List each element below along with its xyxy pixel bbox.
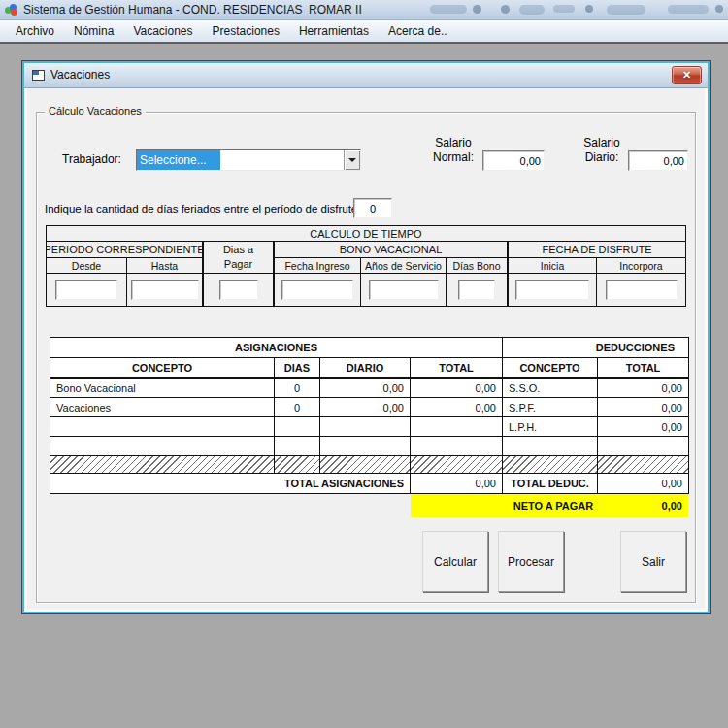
header-dias-a-pagar: Dias a Pagar [203,242,274,274]
header-bono-vacacional: BONO VACACIONAL [274,242,508,258]
titlebar-artifact [585,5,593,13]
hatched-cell [598,456,688,474]
row-concepto: Vacaciones [50,398,275,417]
col-diario: DIARIO [320,358,411,379]
col-deduc-concepto: CONCEPTO [503,358,598,379]
menu-vacaciones[interactable]: Vacaciones [123,20,202,42]
dias-pagar-line2: Pagar [224,257,252,272]
row-concepto [50,437,275,456]
dias-bono-field[interactable] [458,280,495,300]
chevron-down-icon [348,158,356,162]
titlebar-artifact [668,5,709,14]
menu-prestaciones[interactable]: Prestaciones [203,20,289,42]
fecha-ingreso-field[interactable] [281,280,353,300]
col-fecha-ingreso: Fecha Ingreso [274,258,361,274]
row-concepto [50,417,275,437]
total-deduc-label: TOTAL DEDUC. [503,474,598,493]
hatched-cell [275,456,320,474]
desde-field[interactable] [55,280,117,300]
salario-normal-label: Salario Normal: [423,136,483,165]
salario-normal-label-line2: Normal: [423,150,483,165]
asignaciones-section: ASIGNACIONES DEDUCCIONES CONCEPTO DIAS D… [50,337,689,517]
col-hasta: Hasta [127,258,203,274]
row-deduc-total: 0,00 [598,417,688,437]
total-asignaciones-label: TOTAL ASIGNACIONES [50,474,411,493]
app-titlebar: Sistema de Gestión Humana - COND. RESIDE… [0,0,728,20]
hatched-cell [503,456,598,474]
menubar: Archivo Nómina Vacaciones Prestaciones H… [0,20,728,44]
row-diario: 0,00 [320,398,411,417]
trabajador-combobox[interactable]: Seleccione... [136,149,361,171]
hatched-cell [320,456,411,474]
total-deduc-value: 0,00 [598,474,688,493]
row-total [411,437,503,456]
groupbox-title: Cálculo Vacaciones [45,105,146,116]
col-inicia: Inicia [508,258,597,274]
calculo-vacaciones-groupbox: Cálculo Vacaciones Trabajador: Seleccion… [36,112,696,603]
row-deduc-concepto [503,437,598,456]
dias-pagar-line1: Dias a [223,243,253,257]
row-diario: 0,00 [320,379,411,398]
vacaciones-dialog: Vacaciones ✕ Cálculo Vacaciones Trabajad… [21,60,711,614]
row-diario [320,417,411,437]
app-icon [5,4,18,17]
menu-archivo[interactable]: Archivo [6,20,64,42]
dias-pagar-field[interactable] [219,280,258,300]
salario-normal-label-line1: Salario [423,136,483,150]
calculo-tiempo-table: CALCULO DE TIEMPO PERIODO CORRESPONDIENT… [46,225,686,307]
row-deduc-total: 0,00 [598,379,688,398]
col-dias-bono: Días Bono [447,258,508,274]
anos-servicio-field[interactable] [369,280,439,300]
row-deduc-total: 0,00 [598,398,688,417]
row-dias [275,437,320,456]
col-dias: DIAS [275,358,320,379]
procesar-button[interactable]: Procesar [498,531,564,592]
dialog-title: Vacaciones [50,63,110,87]
titlebar-artifact [519,5,545,15]
incorpora-field[interactable] [606,280,678,300]
salario-diario-field[interactable] [628,150,688,171]
row-dias [275,417,320,437]
tiempo-title: CALCULO DE TIEMPO [47,226,685,242]
col-anos-servicio: Años de Servicio [361,258,447,274]
total-asignaciones-value: 0,00 [411,474,503,493]
col-concepto: CONCEPTO [50,358,275,379]
dialog-titlebar[interactable]: Vacaciones ✕ [24,63,708,88]
header-periodo-correspondiente: PERIODO CORRESPONDIENTE [47,242,203,258]
feriados-field[interactable] [353,198,392,218]
inicia-field[interactable] [515,280,589,300]
form-icon [32,70,45,81]
salario-diario-label: Salario Diario: [573,136,631,165]
col-desde: Desde [47,258,127,274]
feriados-label: Indique la cantidad de días feriados ent… [45,203,360,215]
col-incorpora: Incorpora [597,258,685,274]
row-total: 0,00 [411,398,503,417]
titlebar-artifact [501,5,510,14]
calcular-button[interactable]: Calcular [422,531,488,592]
salir-button[interactable]: Salir [620,531,686,592]
row-deduc-concepto: S.S.O. [503,379,598,398]
header-deducciones: DEDUCCIONES [503,338,688,358]
titlebar-artifact [473,5,481,14]
row-deduc-concepto: S.P.F. [503,398,598,417]
titlebar-artifact [607,5,645,15]
row-diario [320,437,411,456]
titlebar-artifact [715,5,723,13]
asignaciones-table: ASIGNACIONES DEDUCCIONES CONCEPTO DIAS D… [50,337,689,494]
hasta-field[interactable] [131,280,199,300]
row-concepto: Bono Vacacional [50,379,275,398]
titlebar-artifact [553,5,575,13]
header-asignaciones: ASIGNACIONES [50,338,503,358]
row-total: 0,00 [411,379,503,398]
salario-normal-field[interactable] [482,150,545,171]
neto-a-pagar-label: NETO A PAGAR [502,500,605,512]
trabajador-selected-value: Seleccione... [137,150,220,170]
hatched-cell [50,456,275,474]
row-deduc-concepto: L.P.H. [503,417,598,437]
menu-acerca-de[interactable]: Acerca de.. [379,20,457,42]
combo-dropdown-button[interactable] [344,150,360,170]
row-dias: 0 [275,398,320,417]
close-button[interactable]: ✕ [672,66,702,84]
menu-nomina[interactable]: Nómina [64,20,123,42]
menu-herramientas[interactable]: Herramientas [289,20,379,42]
